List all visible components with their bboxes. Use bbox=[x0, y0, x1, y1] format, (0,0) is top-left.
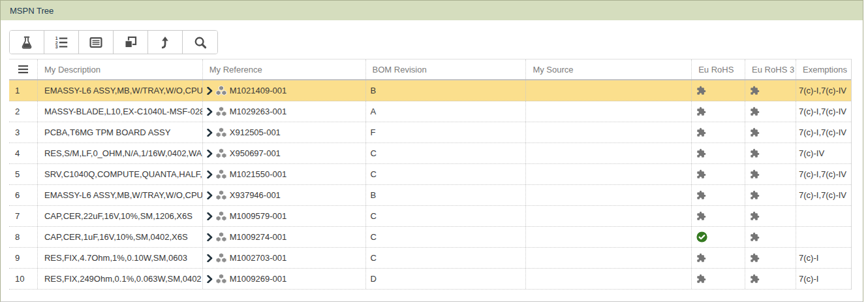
description-cell: MASSY-BLADE,L10,EX-C1040L-MSF-028441-6. bbox=[37, 101, 202, 122]
column-header-my-description[interactable]: My Description bbox=[37, 59, 202, 79]
bom-revision-cell: B bbox=[365, 185, 526, 205]
expand-chevron-icon[interactable] bbox=[207, 212, 213, 220]
column-header-eu-rohs[interactable]: Eu RoHS bbox=[691, 59, 745, 79]
expand-chevron-icon[interactable] bbox=[207, 108, 213, 116]
puzzle-icon bbox=[750, 232, 760, 242]
reference-cell: M1009274-001 bbox=[202, 227, 365, 247]
bom-revision-cell: F bbox=[365, 122, 526, 143]
expand-chevron-icon[interactable] bbox=[207, 150, 213, 158]
toolbar: 123 bbox=[9, 30, 863, 54]
table-row[interactable]: 2 MASSY-BLADE,L10,EX-C1040L-MSF-028441-6… bbox=[9, 101, 851, 122]
expand-chevron-icon[interactable] bbox=[207, 192, 213, 199]
description-cell: RES,FIX,249Ohm,0.1%,0.063W,SM,0402 bbox=[37, 269, 202, 289]
table-row[interactable]: 6 EMASSY-L6 ASSY,MB,W/TRAY,W/O,CPU,ASSY-… bbox=[9, 185, 851, 206]
reference-cell: M1021550-001 bbox=[202, 164, 365, 184]
row-number-cell: 5 bbox=[9, 164, 37, 184]
flask-button[interactable] bbox=[10, 31, 44, 54]
reference-cell: M1029263-001 bbox=[202, 101, 365, 122]
move-up-button[interactable] bbox=[148, 31, 183, 54]
expand-chevron-icon[interactable] bbox=[207, 275, 213, 283]
table-row[interactable]: 7 CAP,CER,22uF,16V,10%,SM,1206,X6S M1009… bbox=[9, 206, 851, 227]
eu-rohs-3-cell bbox=[745, 248, 796, 268]
reference-text: M1002703-001 bbox=[230, 253, 287, 263]
expand-chevron-icon[interactable] bbox=[207, 171, 213, 178]
row-number-cell: 10 bbox=[9, 269, 37, 289]
eu-rohs-3-cell bbox=[745, 80, 796, 101]
table-header-row: My Description My Reference BOM Revision… bbox=[9, 59, 851, 80]
reference-text: X950697-001 bbox=[230, 148, 281, 158]
exemptions-cell: 7(c)-I,7(c)-IV bbox=[796, 164, 851, 184]
eu-rohs-3-cell bbox=[745, 143, 796, 163]
table-row[interactable]: 1 EMASSY-L6 ASSY,MB,W/TRAY,W/O,CPU,ASSY-… bbox=[9, 80, 851, 101]
list-view-button[interactable] bbox=[79, 31, 114, 54]
puzzle-icon bbox=[696, 107, 706, 116]
panel-titlebar: MSPN Tree bbox=[1, 1, 863, 20]
column-header-my-source[interactable]: My Source bbox=[525, 59, 691, 79]
bom-revision-cell: B bbox=[365, 80, 526, 101]
numbered-list-button[interactable]: 123 bbox=[44, 31, 79, 54]
list-view-icon bbox=[89, 35, 103, 50]
my-source-cell bbox=[525, 122, 691, 143]
eu-rohs-cell bbox=[691, 269, 745, 289]
reference-text: M1021550-001 bbox=[230, 169, 287, 179]
exemptions-cell: 7(c)-I bbox=[796, 248, 851, 268]
column-header-bom-revision[interactable]: BOM Revision bbox=[365, 59, 526, 79]
expand-chevron-icon[interactable] bbox=[207, 129, 213, 137]
column-header-my-reference[interactable]: My Reference bbox=[202, 59, 365, 79]
description-cell: SRV,C1040Q,COMPUTE,QUANTA,HALF,Q3FY18 bbox=[37, 164, 202, 184]
assembly-cubes-icon bbox=[215, 253, 227, 263]
assembly-cubes-icon bbox=[215, 232, 227, 242]
table-row[interactable]: 8 CAP,CER,1uF,16V,10%,SM,0402,X6S M10092… bbox=[9, 227, 851, 248]
reference-text: X937946-001 bbox=[230, 190, 281, 200]
eu-rohs-3-cell bbox=[745, 101, 796, 122]
eu-rohs-3-cell bbox=[745, 122, 796, 143]
my-source-cell bbox=[525, 164, 691, 184]
exemptions-cell: 7(c)-I,7(c)-IV bbox=[796, 122, 851, 143]
assembly-cubes-icon bbox=[215, 107, 227, 116]
puzzle-icon bbox=[750, 274, 760, 284]
expand-chevron-icon[interactable] bbox=[207, 87, 213, 95]
eu-rohs-cell bbox=[691, 248, 745, 268]
reference-cell: X950697-001 bbox=[202, 143, 365, 163]
row-menu-header[interactable] bbox=[9, 59, 37, 79]
exemptions-cell: 7(c)-I,7(c)-IV bbox=[796, 80, 851, 101]
row-number-cell: 4 bbox=[9, 143, 37, 163]
puzzle-icon bbox=[750, 148, 760, 158]
table-row[interactable]: 10 RES,FIX,249Ohm,0.1%,0.063W,SM,0402 M1… bbox=[9, 269, 851, 290]
search-button[interactable] bbox=[183, 31, 217, 54]
puzzle-icon bbox=[696, 169, 706, 179]
assembly-cubes-icon bbox=[215, 148, 227, 158]
exemptions-cell bbox=[796, 206, 851, 226]
exemptions-cell: 7(c)-I,7(c)-IV bbox=[796, 185, 851, 205]
reference-cell: M1021409-001 bbox=[202, 80, 365, 101]
puzzle-icon bbox=[696, 86, 706, 95]
table-row[interactable]: 5 SRV,C1040Q,COMPUTE,QUANTA,HALF,Q3FY18 … bbox=[9, 164, 851, 185]
reference-cell: M1002703-001 bbox=[202, 248, 365, 268]
copy-button[interactable] bbox=[114, 31, 148, 54]
eu-rohs-cell bbox=[691, 227, 745, 247]
expand-chevron-icon[interactable] bbox=[207, 254, 213, 262]
table-row[interactable]: 4 RES,S/M,LF,0_OHM,N/A,1/16W,0402,WALSIN… bbox=[9, 143, 851, 164]
expand-chevron-icon[interactable] bbox=[207, 233, 213, 241]
bom-revision-cell: C bbox=[365, 143, 526, 163]
bom-revision-cell: A bbox=[365, 101, 526, 122]
description-cell: RES,FIX,4.7Ohm,1%,0.10W,SM,0603 bbox=[37, 248, 202, 268]
reference-cell: M1009579-001 bbox=[202, 206, 365, 226]
eu-rohs-3-cell bbox=[745, 269, 796, 289]
assembly-cubes-icon bbox=[215, 127, 227, 137]
column-header-eu-rohs-3[interactable]: Eu RoHS 3 bbox=[745, 59, 796, 79]
up-arrow-icon bbox=[158, 35, 172, 50]
eu-rohs-cell bbox=[691, 206, 745, 226]
eu-rohs-cell bbox=[691, 185, 745, 205]
column-header-exemptions[interactable]: Exemptions bbox=[796, 59, 851, 79]
table-row[interactable]: 3 PCBA,T6MG TPM BOARD ASSY X912505-001 F bbox=[9, 122, 851, 143]
table-row[interactable]: 9 RES,FIX,4.7Ohm,1%,0.10W,SM,0603 M10027… bbox=[9, 248, 851, 269]
my-source-cell bbox=[525, 143, 691, 163]
eu-rohs-3-cell bbox=[745, 164, 796, 184]
reference-text: M1009579-001 bbox=[230, 211, 287, 221]
my-source-cell bbox=[525, 185, 691, 205]
reference-cell: X937946-001 bbox=[202, 185, 365, 205]
my-source-cell bbox=[525, 227, 691, 247]
eu-rohs-3-cell bbox=[745, 227, 796, 247]
mspn-tree-screen: MSPN Tree bbox=[0, 0, 868, 302]
